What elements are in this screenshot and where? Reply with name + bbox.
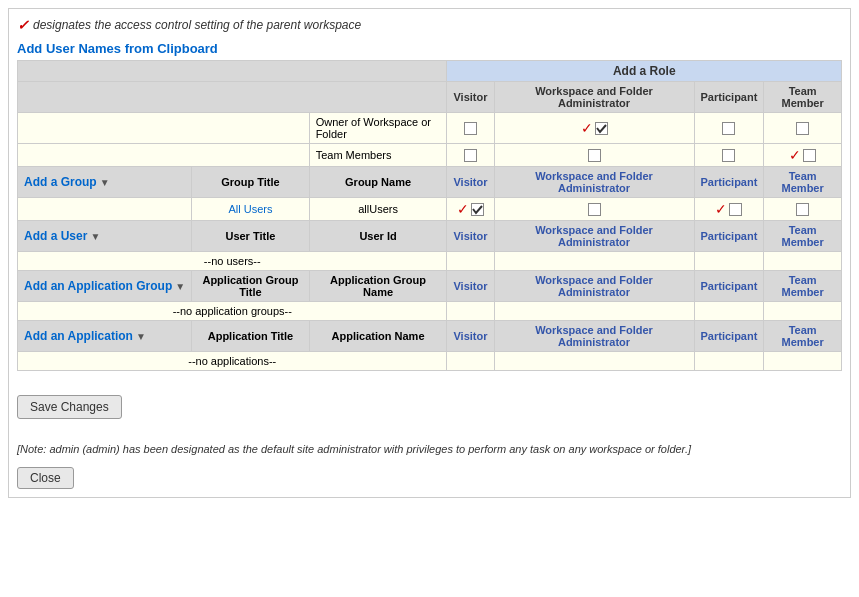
team-members-wfa-checkbox[interactable] bbox=[588, 149, 601, 162]
visitor-header: Visitor bbox=[447, 82, 494, 113]
team-members-team-redcheck-icon: ✓ bbox=[789, 147, 801, 163]
access-control-table: Add a Role Visitor Workspace and Folder … bbox=[17, 60, 842, 371]
team-members-wfa-cell bbox=[494, 144, 694, 167]
user-wfa-header: Workspace and Folder Administrator bbox=[494, 221, 694, 252]
all-users-visitor-redcheck-icon: ✓ bbox=[457, 201, 469, 217]
team-members-participant-checkbox[interactable] bbox=[722, 149, 735, 162]
owner-visitor-cell bbox=[447, 113, 494, 144]
footer-note: [Note: admin (admin) has been designated… bbox=[17, 443, 842, 455]
user-filter-icon[interactable]: ▼ bbox=[90, 231, 100, 242]
app-group-name-header: Application Group Name bbox=[309, 271, 447, 302]
legend-text: designates the access control setting of… bbox=[33, 18, 361, 32]
app-wfa-header: Workspace and Folder Administrator bbox=[494, 321, 694, 352]
add-user-header: Add a User ▼ bbox=[18, 221, 192, 252]
user-participant-header: Participant bbox=[694, 221, 764, 252]
close-button[interactable]: Close bbox=[17, 467, 74, 489]
add-group-header: Add a Group ▼ bbox=[18, 167, 192, 198]
legend-checkmark-icon: ✓ bbox=[17, 17, 29, 33]
no-users-label: --no users-- bbox=[18, 252, 447, 271]
app-filter-icon[interactable]: ▼ bbox=[136, 331, 146, 342]
all-users-team-checkbox[interactable] bbox=[796, 203, 809, 216]
team-members-label: Team Members bbox=[309, 144, 447, 167]
user-id-header: User Id bbox=[309, 221, 447, 252]
add-app-link[interactable]: Add an Application bbox=[24, 329, 133, 343]
group-title-header: Group Title bbox=[192, 167, 309, 198]
no-users-row: --no users-- bbox=[18, 252, 842, 271]
no-apps-row: --no applications-- bbox=[18, 352, 842, 371]
all-users-team-cell bbox=[764, 198, 842, 221]
close-button-container: Close bbox=[17, 467, 842, 489]
owner-team-cell bbox=[764, 113, 842, 144]
user-team-header: Team Member bbox=[764, 221, 842, 252]
no-app-groups-row: --no application groups-- bbox=[18, 302, 842, 321]
all-users-wfa-checkbox[interactable] bbox=[588, 203, 601, 216]
role-team-members-row: Team Members ✓ bbox=[18, 144, 842, 167]
app-name-header: Application Name bbox=[309, 321, 447, 352]
group-name-header: Group Name bbox=[309, 167, 447, 198]
main-container: ✓ designates the access control setting … bbox=[8, 8, 851, 498]
all-users-visitor-cell: ✓ bbox=[447, 198, 494, 221]
app-group-filter-icon[interactable]: ▼ bbox=[175, 281, 185, 292]
app-group-visitor-header: Visitor bbox=[447, 271, 494, 302]
apps-section-header-row: Add an Application ▼ Application Title A… bbox=[18, 321, 842, 352]
all-users-wfa-cell bbox=[494, 198, 694, 221]
team-member-header: Team Member bbox=[764, 82, 842, 113]
role-header-cell: Add a Role bbox=[447, 61, 842, 82]
no-app-groups-label: --no application groups-- bbox=[18, 302, 447, 321]
add-app-group-link[interactable]: Add an Application Group bbox=[24, 279, 172, 293]
owner-wfa-redcheck-icon: ✓ bbox=[581, 120, 593, 136]
app-group-participant-header: Participant bbox=[694, 271, 764, 302]
users-section-header-row: Add a User ▼ User Title User Id Visitor … bbox=[18, 221, 842, 252]
team-members-visitor-cell bbox=[447, 144, 494, 167]
group-wfa-header: Workspace and Folder Administrator bbox=[494, 167, 694, 198]
team-members-participant-cell bbox=[694, 144, 764, 167]
legend-row: ✓ designates the access control setting … bbox=[17, 17, 842, 33]
add-user-names-link[interactable]: Add User Names from Clipboard bbox=[17, 41, 218, 56]
user-visitor-header: Visitor bbox=[447, 221, 494, 252]
all-users-visitor-checkbox[interactable] bbox=[471, 203, 484, 216]
all-users-title: All Users bbox=[192, 198, 309, 221]
add-app-group-header: Add an Application Group ▼ bbox=[18, 271, 192, 302]
owner-label: Owner of Workspace or Folder bbox=[309, 113, 447, 144]
participant-header: Participant bbox=[694, 82, 764, 113]
add-user-link[interactable]: Add a User bbox=[24, 229, 87, 243]
app-visitor-header: Visitor bbox=[447, 321, 494, 352]
owner-participant-checkbox[interactable] bbox=[722, 122, 735, 135]
group-filter-icon[interactable]: ▼ bbox=[100, 177, 110, 188]
groups-section-header-row: Add a Group ▼ Group Title Group Name Vis… bbox=[18, 167, 842, 198]
role-header-row: Add a Role bbox=[18, 61, 842, 82]
add-app-header: Add an Application ▼ bbox=[18, 321, 192, 352]
app-participant-header: Participant bbox=[694, 321, 764, 352]
owner-wfa-cell: ✓ bbox=[494, 113, 694, 144]
team-members-team-checkbox[interactable] bbox=[803, 149, 816, 162]
all-users-participant-redcheck-icon: ✓ bbox=[715, 201, 727, 217]
all-users-name: allUsers bbox=[309, 198, 447, 221]
group-visitor-header: Visitor bbox=[447, 167, 494, 198]
owner-team-checkbox[interactable] bbox=[796, 122, 809, 135]
owner-visitor-checkbox[interactable] bbox=[464, 122, 477, 135]
role-owner-row: Owner of Workspace or Folder ✓ bbox=[18, 113, 842, 144]
app-title-header: Application Title bbox=[192, 321, 309, 352]
app-team-header: Team Member bbox=[764, 321, 842, 352]
user-title-header: User Title bbox=[192, 221, 309, 252]
owner-participant-cell bbox=[694, 113, 764, 144]
group-team-header: Team Member bbox=[764, 167, 842, 198]
app-groups-section-header-row: Add an Application Group ▼ Application G… bbox=[18, 271, 842, 302]
column-headers-row: Visitor Workspace and Folder Administrat… bbox=[18, 82, 842, 113]
group-participant-header: Participant bbox=[694, 167, 764, 198]
team-members-visitor-checkbox[interactable] bbox=[464, 149, 477, 162]
all-users-participant-checkbox[interactable] bbox=[729, 203, 742, 216]
save-changes-button[interactable]: Save Changes bbox=[17, 395, 122, 419]
wfa-header: Workspace and Folder Administrator bbox=[494, 82, 694, 113]
team-members-team-cell: ✓ bbox=[764, 144, 842, 167]
no-apps-label: --no applications-- bbox=[18, 352, 447, 371]
add-group-link[interactable]: Add a Group bbox=[24, 175, 97, 189]
app-group-title-header: Application Group Title bbox=[192, 271, 309, 302]
save-changes-container: Save Changes bbox=[17, 383, 842, 431]
owner-wfa-checkbox[interactable] bbox=[595, 122, 608, 135]
app-group-team-header: Team Member bbox=[764, 271, 842, 302]
app-group-wfa-header: Workspace and Folder Administrator bbox=[494, 271, 694, 302]
all-users-row: All Users allUsers ✓ ✓ bbox=[18, 198, 842, 221]
all-users-participant-cell: ✓ bbox=[694, 198, 764, 221]
